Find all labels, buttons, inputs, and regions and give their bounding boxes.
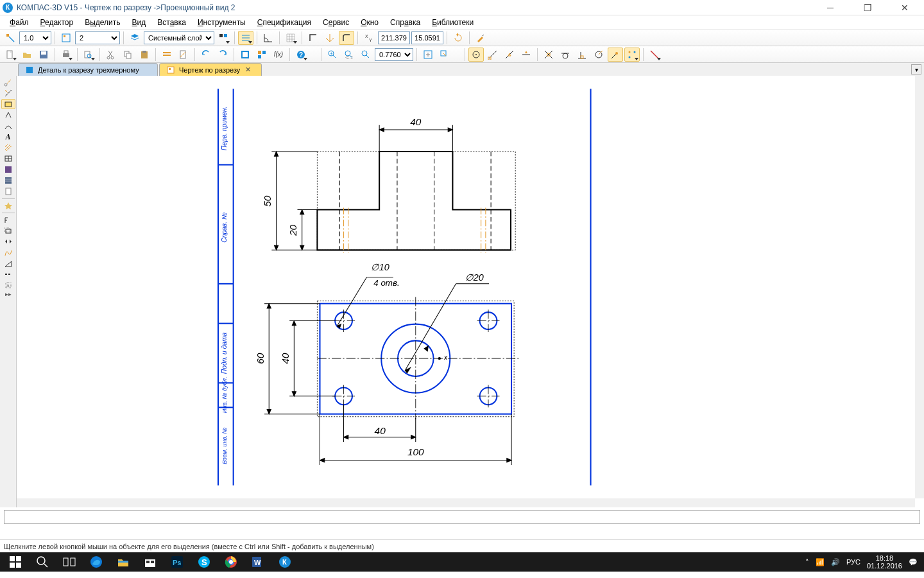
menu-window[interactable]: Окно (355, 17, 384, 28)
tree-icon[interactable] (254, 48, 270, 62)
menu-libraries[interactable]: Библиотеки (426, 17, 479, 28)
tab-document-1[interactable]: Деталь к разрезу трехмерному (18, 63, 158, 76)
snap-intersection-icon[interactable] (541, 48, 556, 62)
open-icon[interactable] (19, 48, 35, 62)
scale-icon[interactable] (58, 31, 74, 45)
snap-point-icon[interactable] (608, 48, 623, 62)
task-view-icon[interactable] (56, 553, 82, 571)
preview-icon[interactable] (81, 48, 96, 62)
tray-chevron-icon[interactable]: ˄ (805, 558, 809, 566)
snap-off-icon[interactable] (647, 48, 662, 62)
menu-insert[interactable]: Вставка (151, 17, 192, 28)
print-icon[interactable] (58, 48, 74, 62)
undo-icon[interactable] (198, 48, 214, 62)
refresh-icon[interactable] (450, 31, 466, 45)
layers-icon[interactable] (127, 31, 142, 45)
horizontal-scrollbar[interactable] (17, 498, 915, 507)
local-cs-icon[interactable] (322, 31, 338, 45)
layer-state-dropdown[interactable] (216, 31, 231, 45)
snap-grid-icon[interactable] (624, 48, 640, 62)
kompas-icon[interactable]: К (272, 553, 298, 571)
close-button[interactable]: ✕ (892, 1, 918, 15)
minimize-button[interactable]: ─ (817, 1, 843, 15)
tab-document-2[interactable]: Чертеж по разрезу ✕ (159, 63, 262, 76)
geom-report-icon[interactable] (1, 186, 15, 197)
param-icon[interactable]: a (1, 280, 15, 290)
snap-midpoint-icon[interactable] (502, 48, 517, 62)
save-icon[interactable] (36, 48, 51, 62)
drawing-canvas[interactable]: Перв. примен. Справ. № Подп. и дата Инв.… (17, 76, 915, 498)
start-button[interactable] (3, 553, 28, 571)
geom-hatch-icon[interactable] (1, 143, 15, 153)
tray-wifi-icon[interactable]: 📶 (816, 558, 825, 566)
layer-combo[interactable]: Системный слой (0) (144, 31, 214, 44)
explorer-icon[interactable] (110, 553, 136, 571)
properties-icon[interactable] (159, 48, 175, 62)
tray-volume-icon[interactable]: 🔊 (831, 558, 840, 566)
curve-icon[interactable] (1, 247, 15, 258)
snap-config-icon[interactable] (1, 200, 15, 211)
edge-icon[interactable] (83, 553, 109, 571)
cut-icon[interactable] (103, 48, 119, 62)
toolbar-expand[interactable]: ▸▸ (1, 291, 15, 299)
help-icon[interactable]: ? (293, 48, 309, 62)
photoshop-icon[interactable]: Ps (164, 553, 190, 571)
new-doc-icon[interactable] (3, 48, 18, 62)
snap-tangent-icon[interactable] (558, 48, 573, 62)
snap-toggle-icon[interactable] (468, 48, 484, 62)
search-icon[interactable] (30, 553, 55, 571)
brush-icon[interactable] (473, 31, 488, 45)
coord-y-input[interactable] (411, 31, 443, 44)
zoom-in-icon[interactable]: + (325, 48, 340, 62)
menu-tools[interactable]: Инструменты (192, 17, 252, 28)
geom-circle-icon[interactable] (1, 121, 15, 131)
snap-endpoint-icon[interactable] (485, 48, 501, 62)
geom-arc-icon[interactable] (1, 110, 15, 120)
variables-icon[interactable]: f(x) (271, 48, 286, 62)
geom-rect-icon[interactable] (1, 99, 15, 109)
tray-clock[interactable]: 18:18 01.12.2016 (867, 554, 902, 570)
zoom-window-icon[interactable] (341, 48, 357, 62)
binding-icon[interactable] (3, 31, 18, 45)
maximize-button[interactable]: ❐ (855, 1, 880, 15)
offset-icon[interactable] (1, 225, 15, 236)
line-style-button[interactable] (238, 31, 253, 45)
view-number-combo[interactable]: 2 (75, 31, 120, 44)
vertical-scrollbar[interactable] (915, 76, 924, 498)
copy-icon[interactable] (120, 48, 135, 62)
geom-spec-icon[interactable] (1, 175, 15, 186)
zoom-fit-icon[interactable] (358, 48, 373, 62)
tab-dropdown[interactable]: ▾ (911, 64, 921, 74)
menu-select[interactable]: Выделить (79, 17, 126, 28)
menu-edit[interactable]: Редактор (35, 17, 80, 28)
angle-dim-icon[interactable] (261, 31, 276, 45)
redo-icon[interactable] (215, 48, 230, 62)
grid-icon[interactable] (283, 31, 298, 45)
measure-icon[interactable] (1, 215, 15, 225)
snap-perpendicular-icon[interactable] (574, 48, 590, 62)
geom-view-icon[interactable] (1, 164, 15, 175)
break-icon[interactable] (1, 236, 15, 247)
rounding-icon[interactable] (339, 31, 354, 45)
chrome-icon[interactable] (218, 553, 244, 571)
menu-view[interactable]: Вид (126, 17, 152, 28)
store-icon[interactable] (137, 553, 163, 571)
geom-line-icon[interactable] (1, 88, 15, 98)
manager-icon[interactable] (237, 48, 253, 62)
xy-icon[interactable]: XY (361, 31, 377, 45)
tray-notifications-icon[interactable]: 💬 (909, 558, 918, 566)
skype-icon[interactable]: S (191, 553, 217, 571)
tab-close-icon[interactable]: ✕ (244, 66, 252, 74)
zoom-combo[interactable]: 0.7760 (375, 48, 413, 61)
menu-help[interactable]: Справка (384, 17, 426, 28)
copy-props-icon[interactable] (176, 48, 191, 62)
paste-icon[interactable] (137, 48, 152, 62)
zoom-prev-icon[interactable] (437, 48, 452, 62)
geom-point-icon[interactable] (1, 77, 15, 87)
dash-icon[interactable] (1, 269, 15, 279)
coord-x-input[interactable] (378, 31, 410, 44)
tray-lang[interactable]: РУС (846, 558, 860, 566)
snap-nearest-icon[interactable] (591, 48, 606, 62)
ortho-icon[interactable] (305, 31, 321, 45)
command-input[interactable] (4, 510, 920, 524)
